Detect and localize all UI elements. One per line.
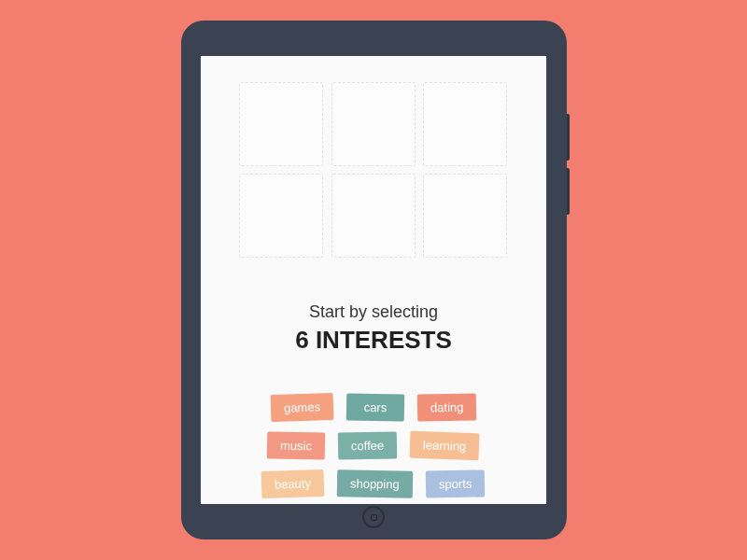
selection-slot-grid <box>239 82 508 258</box>
tag-row: games cars dating <box>271 394 476 421</box>
selection-slot[interactable] <box>331 82 416 166</box>
home-button-icon <box>371 514 377 521</box>
volume-down-button[interactable] <box>567 168 570 215</box>
tag-coffee[interactable]: coffee <box>338 431 398 459</box>
tag-music[interactable]: music <box>267 431 325 459</box>
tag-beauty[interactable]: beauty <box>261 469 325 498</box>
selection-slot[interactable] <box>239 82 323 166</box>
home-button[interactable] <box>362 506 385 528</box>
tag-learning[interactable]: learning <box>410 431 480 461</box>
selection-slot[interactable] <box>423 82 507 166</box>
prompt-title: 6 INTERESTS <box>295 326 452 355</box>
tag-dating[interactable]: dating <box>417 393 477 421</box>
tag-shopping[interactable]: shopping <box>337 469 413 497</box>
tag-cars[interactable]: cars <box>346 393 404 421</box>
interest-tags: games cars dating music coffee learning … <box>243 394 504 497</box>
selection-slot[interactable] <box>331 174 416 258</box>
prompt-subtitle: Start by selecting <box>295 302 452 322</box>
tag-row: beauty shopping sports <box>261 470 485 497</box>
tablet-frame: Start by selecting 6 INTERESTS games car… <box>181 21 567 539</box>
prompt: Start by selecting 6 INTERESTS <box>295 302 452 355</box>
tag-games[interactable]: games <box>270 393 333 422</box>
screen: Start by selecting 6 INTERESTS games car… <box>201 56 546 504</box>
tag-row: music coffee learning <box>267 432 479 459</box>
selection-slot[interactable] <box>423 174 507 258</box>
volume-up-button[interactable] <box>567 114 570 161</box>
tag-sports[interactable]: sports <box>426 469 486 497</box>
selection-slot[interactable] <box>239 174 323 258</box>
